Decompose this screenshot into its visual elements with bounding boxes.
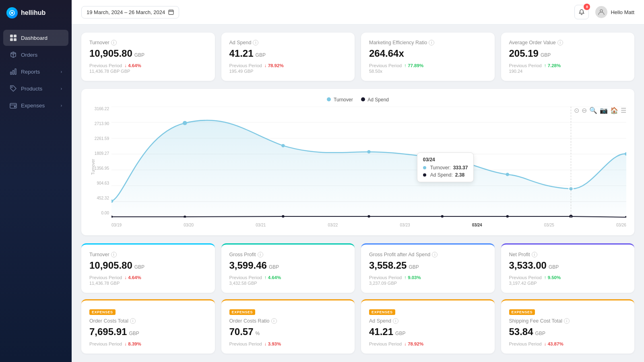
logo-icon bbox=[6, 7, 18, 19]
tag-icon bbox=[10, 85, 17, 92]
expense-card-1: EXPENSES Order Costs Ratio i 70.57% Prev… bbox=[221, 299, 355, 354]
metric-title: Average Order Value i bbox=[509, 40, 627, 45]
metric-value: 10,905.80GBP bbox=[89, 260, 207, 271]
sidebar-item-orders[interactable]: Orders bbox=[3, 47, 68, 63]
tooltip-turnover-dot bbox=[423, 166, 426, 169]
tooltip-date: 03/24 bbox=[423, 157, 468, 162]
search-icon[interactable]: 🔍 bbox=[589, 107, 597, 114]
chevron-right-icon: › bbox=[61, 70, 62, 74]
tooltip-turnover-row: Turnover: 333.37 bbox=[423, 165, 468, 171]
metric-change: ↓ 8.39% bbox=[124, 341, 141, 346]
svg-point-27 bbox=[506, 173, 510, 176]
x-label-03/22: 03/22 bbox=[328, 223, 338, 227]
y-label: 1356.95 bbox=[89, 166, 109, 171]
metric-prev: Previous Period ↓ 3.93% bbox=[229, 341, 347, 346]
y-label: 904.63 bbox=[89, 181, 109, 185]
bell-icon bbox=[578, 9, 585, 15]
header: 19 March, 2024 – 26 March, 2024 8 Hello … bbox=[72, 0, 644, 25]
app-logo[interactable]: hellihub bbox=[0, 0, 72, 26]
chevron-right-icon-expenses: › bbox=[61, 103, 62, 108]
metric-change: ↑ 9.50% bbox=[544, 275, 561, 280]
expenses-badge: EXPENSES bbox=[509, 308, 627, 318]
svg-point-34 bbox=[441, 215, 444, 218]
info-icon: i bbox=[111, 252, 117, 257]
user-name: Hello Matt bbox=[611, 9, 634, 15]
metric-prev-value: 195.49 GBP bbox=[229, 69, 347, 74]
svg-point-32 bbox=[282, 215, 284, 218]
metric-prev-value: 58.50x bbox=[369, 69, 487, 74]
metric-value: 205.19GBP bbox=[509, 48, 627, 59]
x-label-03/24: 03/24 bbox=[472, 223, 482, 227]
info-icon: i bbox=[429, 40, 434, 45]
sidebar-item-reports[interactable]: Reports › bbox=[3, 64, 68, 80]
metric-title: Gross Profit i bbox=[229, 252, 347, 257]
menu-icon[interactable]: ☰ bbox=[621, 107, 626, 114]
dashboard-content: Turnover i 10,905.80GBP Previous Period … bbox=[72, 25, 644, 362]
chart-tooltip: 03/24 Turnover: 333.37 Ad Spend: 2.38 bbox=[417, 152, 474, 182]
metric-prev-value: 11,436.78 GBP bbox=[89, 281, 207, 286]
expense-card-2: EXPENSES Ad Spend i 41.21GBP Previous Pe… bbox=[361, 299, 495, 354]
chart-svg bbox=[111, 107, 626, 218]
expenses-badge: EXPENSES bbox=[89, 308, 207, 318]
turnover-dot bbox=[327, 97, 331, 101]
info-icon: i bbox=[271, 318, 277, 324]
metric-value: 7,695.91GBP bbox=[89, 326, 207, 337]
zoom-out-icon[interactable]: ⊖ bbox=[582, 107, 587, 114]
metric-prev-value: 190.24 bbox=[509, 69, 627, 74]
metric-change: ↓ 3.93% bbox=[264, 341, 281, 346]
svg-point-11 bbox=[14, 106, 16, 107]
tooltip-adspend-row: Ad Spend: 2.38 bbox=[423, 172, 468, 178]
x-label-03/21: 03/21 bbox=[256, 223, 266, 227]
zoom-reset-icon[interactable]: ⊙ bbox=[574, 107, 579, 114]
tooltip-turnover-value: 333.37 bbox=[453, 165, 468, 171]
svg-rect-5 bbox=[14, 38, 17, 41]
user-menu[interactable]: Hello Matt bbox=[595, 6, 634, 18]
metric-value: 70.57% bbox=[229, 326, 347, 337]
svg-rect-8 bbox=[15, 69, 16, 74]
sidebar-item-expenses[interactable]: Expenses › bbox=[3, 97, 68, 113]
box-icon bbox=[10, 51, 17, 58]
avatar bbox=[595, 6, 607, 18]
info-icon: i bbox=[130, 318, 136, 324]
metric-title: Order Costs Total i bbox=[89, 318, 207, 324]
legend-adspend: Ad Spend bbox=[361, 97, 389, 103]
camera-icon[interactable]: 📷 bbox=[600, 107, 608, 114]
metric-title: Shipping Fee Cost Total i bbox=[509, 318, 627, 324]
metric-value: 41.21GBP bbox=[229, 48, 347, 59]
x-label-03/19: 03/19 bbox=[111, 223, 122, 227]
app-name: hellihub bbox=[21, 9, 45, 16]
metric-prev: Previous Period ↓ 78.92% bbox=[369, 341, 487, 346]
x-label-03/26: 03/26 bbox=[616, 223, 626, 227]
metric-prev-value: 3,237.09 GBP bbox=[369, 281, 487, 286]
metric-prev: Previous Period ↓ 43.87% bbox=[509, 341, 627, 346]
chart-area: Turnover 3166.222713.902261.591809.27135… bbox=[89, 107, 626, 227]
calendar-icon bbox=[168, 9, 174, 15]
date-range-picker[interactable]: 19 March, 2024 – 26 March, 2024 bbox=[81, 6, 179, 19]
metric-prev: Previous Period ↓ 4.64% bbox=[89, 63, 207, 68]
sidebar-item-products[interactable]: Products › bbox=[3, 80, 68, 97]
top-metric-card-3: Average Order Value i 205.19GBP Previous… bbox=[501, 33, 635, 81]
sidebar-item-dashboard[interactable]: Dashboard bbox=[3, 30, 68, 46]
x-axis-labels: 03/1903/2003/2103/2203/2303/2403/2503/26 bbox=[111, 223, 626, 227]
x-label-03/20: 03/20 bbox=[184, 223, 194, 227]
expenses-row: EXPENSES Order Costs Total i 7,695.91GBP… bbox=[81, 299, 634, 354]
svg-rect-7 bbox=[13, 70, 14, 74]
sidebar-label-orders: Orders bbox=[21, 52, 37, 58]
expense-card-0: EXPENSES Order Costs Total i 7,695.91GBP… bbox=[81, 299, 215, 354]
svg-point-1 bbox=[11, 12, 13, 14]
metric-prev: Previous Period ↓ 4.64% bbox=[89, 275, 207, 280]
y-label: 3166.22 bbox=[89, 107, 109, 111]
home-icon[interactable]: 🏠 bbox=[610, 107, 618, 114]
metric-value: 264.64x bbox=[369, 48, 487, 59]
metric-change: ↓ 4.64% bbox=[124, 275, 141, 280]
top-metrics-row: Turnover i 10,905.80GBP Previous Period … bbox=[81, 33, 634, 81]
bar-chart-icon bbox=[10, 68, 17, 75]
metric-change: ↑ 4.64% bbox=[264, 275, 281, 280]
top-metric-card-0: Turnover i 10,905.80GBP Previous Period … bbox=[81, 33, 215, 81]
metric-title: Ad Spend i bbox=[369, 318, 487, 324]
bottom-metric-card-3: Net Profit i 3,533.00GBP Previous Period… bbox=[501, 243, 635, 293]
metric-title: Gross Profit after Ad Spend i bbox=[369, 252, 487, 257]
sidebar-label-expenses: Expenses bbox=[21, 103, 45, 109]
info-icon: i bbox=[253, 40, 258, 45]
notification-button[interactable]: 8 bbox=[574, 5, 589, 19]
